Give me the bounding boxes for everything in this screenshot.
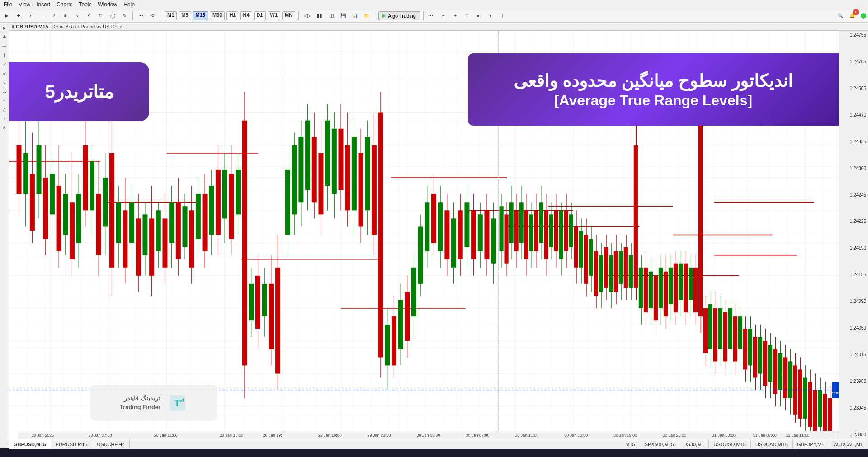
zoom-out-btn[interactable]: − (439, 11, 448, 21)
menu-bar: File View Insert Charts Tools Window Hel… (0, 0, 868, 9)
tf-w1[interactable]: W1 (268, 11, 281, 20)
time-13: 31 Jan 03:00 (712, 433, 736, 438)
profiles-btn[interactable]: ⚙ (148, 11, 158, 21)
svg-rect-167 (431, 194, 436, 243)
indicators-btn[interactable]: ∫ (497, 11, 507, 21)
templates-btn[interactable]: ☷ (136, 11, 146, 21)
side-elliot[interactable]: ~ (1, 97, 8, 104)
search-btn[interactable]: 🔍 (835, 11, 845, 21)
ellipse-tool[interactable]: ◯ (108, 11, 118, 21)
svg-rect-101 (209, 186, 214, 235)
menu-tools[interactable]: Tools (79, 1, 92, 8)
period-sep-btn[interactable]: ◁▷ (302, 11, 313, 21)
tab-usdchf[interactable]: USDCHF,H4 (92, 439, 130, 449)
tf-m30[interactable]: M30 (210, 11, 225, 20)
svg-rect-279 (728, 308, 732, 349)
chart-open-btn[interactable]: 📁 (362, 11, 372, 21)
trendline-tool[interactable]: ↗ (49, 11, 59, 21)
menu-window[interactable]: Window (98, 1, 118, 8)
menu-view[interactable]: View (19, 1, 30, 8)
side-cursor[interactable]: ▶ (1, 24, 8, 32)
chart-bar-btn[interactable]: ◫ (326, 11, 336, 21)
tab-right-m15[interactable]: M15 (621, 439, 640, 449)
tab-right-audcad[interactable]: AUDCAD,M1 (829, 439, 868, 449)
svg-rect-309 (803, 378, 807, 419)
market-watch-btn[interactable]: 📊 (350, 11, 360, 21)
time-9: 30 Jan 11:00 (515, 433, 538, 438)
tf-mn[interactable]: MN (282, 11, 295, 20)
svg-rect-107 (229, 174, 234, 239)
price-label-4: 1.24335 (841, 139, 866, 144)
chart-area[interactable]: 1.24755 1.24705 1.24505 1.24470 1.24335 … (9, 31, 868, 439)
pencil-tool[interactable]: ✎ (119, 11, 129, 21)
hline-tool[interactable]: ― (37, 11, 47, 21)
chart-canvas[interactable]: 1.23898 (9, 31, 839, 439)
text-tool[interactable]: A (84, 11, 94, 21)
crosshair-tool[interactable]: ✚ (14, 11, 24, 21)
tf-m1[interactable]: M1 (165, 11, 177, 20)
side-channel[interactable]: ↙ (1, 70, 8, 77)
tf-d1[interactable]: D1 (254, 11, 266, 20)
tab-eurusd[interactable]: EURUSD,M15 (51, 439, 93, 449)
side-hline[interactable]: ― (1, 42, 8, 50)
price-label-1: 1.24705 (841, 59, 866, 64)
svg-rect-265 (693, 268, 698, 312)
menu-file[interactable]: File (4, 1, 12, 8)
grid-btn[interactable]: ☷ (427, 11, 437, 21)
symbol-text: GBPUSD,M15 Great Britain Pound vs US Dol… (16, 24, 124, 29)
side-fib[interactable]: √ (1, 79, 8, 86)
svg-rect-211 (559, 210, 563, 259)
chart-type-btn[interactable]: ▮▮ (315, 11, 325, 21)
zoom-in-btn[interactable]: + (450, 11, 460, 21)
svg-rect-231 (609, 255, 613, 292)
menu-help[interactable]: Help (123, 1, 135, 8)
svg-rect-111 (242, 121, 247, 366)
tab-right-gbpjpy[interactable]: GBPJPY,M1 (793, 439, 829, 449)
svg-rect-151 (378, 113, 383, 358)
side-arrows[interactable]: ↑ (1, 115, 8, 122)
side-trendline[interactable]: ↗ (1, 61, 8, 68)
full-screen-btn[interactable]: □ (462, 11, 472, 21)
svg-rect-179 (471, 210, 476, 259)
bar-scroll-fwd[interactable]: ▸ (474, 11, 484, 21)
svg-rect-247 (649, 272, 653, 308)
menu-charts[interactable]: Charts (57, 1, 72, 8)
svg-rect-215 (569, 214, 573, 247)
menu-insert[interactable]: Insert (37, 1, 50, 8)
svg-rect-191 (509, 202, 514, 243)
algo-trading-btn[interactable]: ▶ Algo Trading (378, 11, 420, 20)
channel-tool[interactable]: ≡ (61, 11, 71, 21)
price-label-12: 1.24015 (841, 352, 866, 357)
time-4: 28 Jan 19: (263, 433, 282, 438)
side-shapes[interactable]: △ (1, 106, 8, 113)
tab-right-usousd[interactable]: USOUSD,M15 (709, 439, 751, 449)
side-vline[interactable]: | (1, 52, 8, 59)
svg-rect-289 (753, 337, 757, 377)
tf-h1[interactable]: H1 (226, 11, 238, 20)
tf-h4[interactable]: H4 (240, 11, 252, 20)
tab-right-spx[interactable]: SPX500,M15 (640, 439, 679, 449)
chart-save-btn[interactable]: 💾 (338, 11, 348, 21)
bar-scroll-bk[interactable]: ◂ (486, 11, 495, 21)
tf-m5[interactable]: M5 (179, 11, 191, 20)
symbol-bar: ▮ GBPUSD,M15 Great Britain Pound vs US D… (9, 23, 868, 31)
svg-rect-135 (325, 121, 330, 186)
fib-tool[interactable]: √ (72, 11, 82, 21)
side-text[interactable]: A (1, 124, 8, 131)
tab-right-usdcad[interactable]: USDCAD,M15 (751, 439, 793, 449)
tf-m15[interactable]: M15 (193, 11, 208, 20)
time-12: 30 Jan 23:00 (663, 433, 686, 438)
svg-rect-141 (345, 145, 350, 210)
svg-rect-133 (318, 153, 323, 214)
svg-rect-297 (773, 349, 777, 394)
tab-right-us30[interactable]: US30,M1 (679, 439, 709, 449)
svg-rect-127 (298, 137, 303, 202)
cursor-tool[interactable]: ▶ (2, 11, 12, 21)
side-gann[interactable]: ☷ (1, 88, 8, 95)
svg-rect-61 (76, 194, 81, 243)
line-tool[interactable]: ∖ (25, 11, 35, 21)
svg-rect-261 (684, 264, 688, 312)
rect-tool[interactable]: □ (96, 11, 106, 21)
side-crosshair[interactable]: ✚ (1, 33, 8, 41)
tab-gbpusd[interactable]: GBPUSD,M15 (9, 439, 51, 449)
